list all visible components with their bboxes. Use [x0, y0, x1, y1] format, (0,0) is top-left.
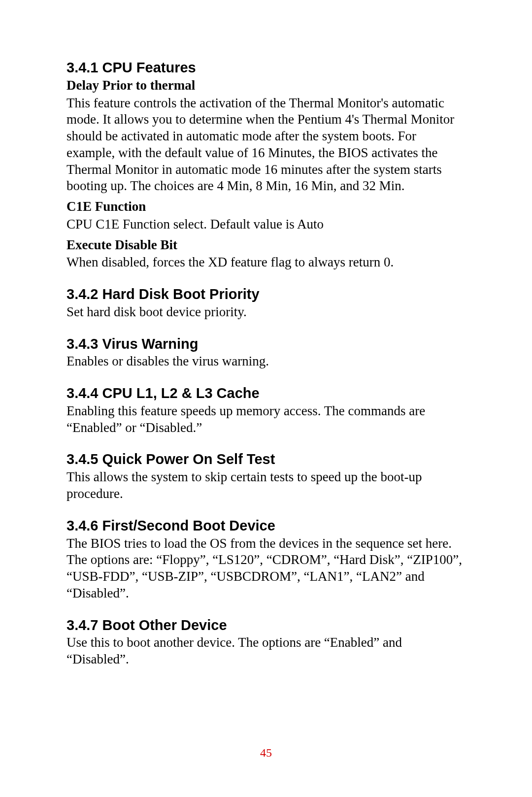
- body-boot-other-device: Use this to boot another device. The opt…: [66, 634, 466, 668]
- document-page: 3.4.1 CPU Features Delay Prior to therma…: [0, 0, 532, 668]
- heading-boot-other-device: 3.4.7 Boot Other Device: [66, 617, 466, 634]
- subheading-c1e-function: C1E Function: [66, 199, 466, 215]
- subheading-delay-prior-thermal: Delay Prior to thermal: [66, 77, 466, 94]
- body-virus-warning: Enables or disables the virus warning.: [66, 353, 466, 370]
- body-delay-prior-thermal: This feature controls the activation of …: [66, 95, 466, 195]
- heading-virus-warning: 3.4.3 Virus Warning: [66, 335, 466, 353]
- body-first-second-boot-device: The BIOS tries to load the OS from the d…: [66, 535, 466, 602]
- body-c1e-function: CPU C1E Function select. Default value i…: [66, 216, 466, 233]
- heading-cpu-cache: 3.4.4 CPU L1, L2 & L3 Cache: [66, 385, 466, 402]
- page-number: 45: [0, 746, 532, 760]
- heading-first-second-boot-device: 3.4.6 First/Second Boot Device: [66, 517, 466, 534]
- body-quick-power-on-self-test: This allows the system to skip certain t…: [66, 469, 466, 502]
- body-execute-disable-bit: When disabled, forces the XD feature fla…: [66, 254, 466, 271]
- subheading-execute-disable-bit: Execute Disable Bit: [66, 237, 466, 254]
- heading-cpu-features: 3.4.1 CPU Features: [66, 59, 466, 76]
- heading-hard-disk-boot-priority: 3.4.2 Hard Disk Boot Priority: [66, 286, 466, 303]
- heading-quick-power-on-self-test: 3.4.5 Quick Power On Self Test: [66, 451, 466, 468]
- body-cpu-cache: Enabling this feature speeds up memory a…: [66, 403, 466, 436]
- body-hard-disk-boot-priority: Set hard disk boot device priority.: [66, 304, 466, 321]
